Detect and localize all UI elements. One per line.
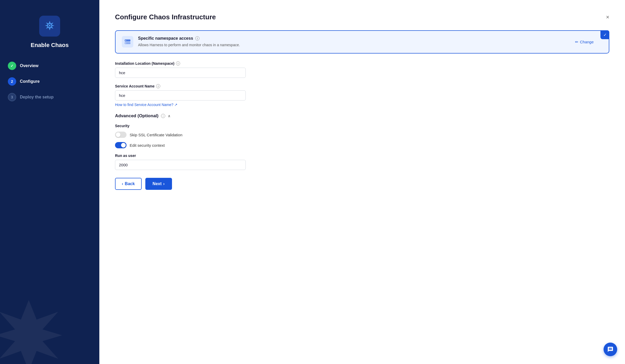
run-as-user-label: Run as user	[115, 154, 609, 158]
change-link[interactable]: ✏ Change	[575, 40, 594, 44]
namespace-access-card: Specific namespace access i Allows Harne…	[115, 30, 609, 54]
advanced-header: Advanced (Optional) i ∧	[115, 113, 609, 119]
sidebar-title: Enable Chaos	[31, 42, 68, 49]
card-description: Allows Harness to perform and monitor ch…	[138, 42, 240, 48]
advanced-title: Advanced (Optional)	[115, 113, 158, 119]
back-chevron-icon: ‹	[122, 181, 123, 186]
edit-icon: ✏	[575, 40, 578, 44]
main-content: Configure Chaos Infrastructure × Specifi…	[99, 0, 625, 364]
external-link-icon: ↗	[174, 103, 177, 107]
security-context-toggle-label: Edit security context	[130, 143, 165, 148]
sidebar-steps: ✓ Overview 2 Configure 3 Deploy the setu…	[8, 62, 91, 101]
modal-header: Configure Chaos Infrastructure ×	[115, 13, 609, 21]
security-context-toggle[interactable]	[115, 142, 127, 148]
service-account-info-icon[interactable]: i	[156, 84, 160, 88]
svg-point-7	[125, 43, 126, 44]
step-label-overview: Overview	[20, 63, 38, 68]
ssl-toggle-row: Skip SSL Certificate Validation	[115, 132, 609, 138]
sidebar-item-configure[interactable]: 2 Configure	[8, 77, 91, 86]
service-account-input[interactable]	[115, 90, 246, 101]
sidebar: Enable Chaos ✓ Overview 2 Configure 3 De…	[0, 0, 99, 364]
sidebar-item-overview[interactable]: ✓ Overview	[8, 62, 91, 70]
card-info-icon[interactable]: i	[195, 36, 199, 40]
step-circle-overview: ✓	[8, 62, 16, 70]
run-as-user-group: Run as user	[115, 154, 609, 170]
svg-point-2	[49, 25, 50, 26]
step-circle-configure: 2	[8, 77, 16, 86]
card-title: Specific namespace access i	[138, 36, 240, 41]
close-button[interactable]: ×	[606, 14, 609, 20]
card-icon	[122, 36, 133, 48]
modal-title: Configure Chaos Infrastructure	[115, 13, 216, 21]
security-context-toggle-row: Edit security context	[115, 142, 609, 148]
step-label-configure: Configure	[20, 79, 40, 84]
installation-info-icon[interactable]: i	[176, 61, 180, 66]
security-section: Security Skip SSL Certificate Validation…	[115, 124, 609, 148]
ssl-toggle-knob	[116, 132, 121, 137]
svg-point-6	[125, 40, 126, 41]
card-checkmark: ✓	[600, 30, 609, 39]
installation-location-group: Installation Location (Namespace) i	[115, 61, 609, 78]
chat-icon	[607, 346, 613, 353]
svg-marker-3	[0, 300, 62, 364]
card-content: Specific namespace access i Allows Harne…	[138, 36, 240, 48]
step-circle-deploy: 3	[8, 93, 16, 101]
footer-buttons: ‹ Back Next ›	[115, 178, 609, 190]
installation-location-input[interactable]	[115, 68, 246, 78]
advanced-info-icon[interactable]: i	[161, 114, 165, 118]
security-label: Security	[115, 124, 609, 128]
back-button[interactable]: ‹ Back	[115, 178, 142, 190]
advanced-section: Advanced (Optional) i ∧ Security Skip SS…	[115, 113, 609, 170]
step-label-deploy: Deploy the setup	[20, 95, 54, 99]
security-context-toggle-knob	[121, 143, 126, 148]
ssl-toggle[interactable]	[115, 132, 127, 138]
service-account-help-link[interactable]: How to find Service Account Name? ↗	[115, 103, 177, 107]
chat-bubble[interactable]	[604, 343, 617, 356]
service-account-label: Service Account Name i	[115, 84, 609, 88]
next-chevron-icon: ›	[163, 181, 164, 186]
run-as-user-input[interactable]	[115, 160, 246, 170]
service-account-group: Service Account Name i How to find Servi…	[115, 84, 609, 107]
namespace-icon	[124, 38, 131, 45]
next-button[interactable]: Next ›	[145, 178, 172, 190]
sidebar-logo	[39, 16, 60, 37]
sidebar-item-deploy[interactable]: 3 Deploy the setup	[8, 93, 91, 101]
ssl-toggle-label: Skip SSL Certificate Validation	[130, 133, 182, 137]
helm-icon	[43, 20, 56, 32]
installation-location-label: Installation Location (Namespace) i	[115, 61, 609, 66]
advanced-chevron-icon[interactable]: ∧	[168, 114, 170, 118]
watermark-icon	[0, 296, 68, 364]
